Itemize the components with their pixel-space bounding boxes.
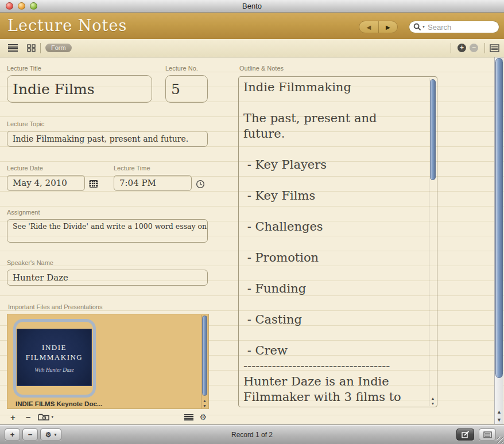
toolbar-separator (40, 43, 41, 53)
media-add-button[interactable]: + (10, 412, 15, 422)
lecture-date-label: Lecture Date (7, 165, 85, 172)
forward-icon: ▶ (386, 24, 390, 30)
form-view-tab[interactable]: Form (45, 44, 72, 52)
view-toolbar: Form + − (0, 39, 504, 57)
scroll-up-icon[interactable]: ▲ (431, 396, 435, 401)
assignment-input[interactable]: See 'Ride the Divide' and write a 1000 w… (7, 219, 208, 243)
resize-grip[interactable] (497, 437, 503, 443)
scroll-down-icon[interactable]: ▼ (203, 403, 207, 408)
notes-scrollbar-thumb[interactable] (430, 79, 436, 180)
lecture-no-label: Lecture No. (165, 65, 208, 72)
minimize-window-button[interactable] (18, 2, 25, 10)
window-title: Bento (0, 0, 504, 12)
media-controls: + − ▾ ⚙ (7, 411, 209, 423)
lecture-title-label: Lecture Title (7, 65, 152, 72)
form-view-icon (483, 431, 492, 438)
scroll-up-icon[interactable]: ▲ (203, 398, 207, 403)
form-canvas: Lecture Title Indie Films Lecture No. 5 … (0, 57, 504, 424)
toolbar-separator (484, 43, 485, 53)
compose-icon (462, 431, 470, 438)
scroll-down-icon[interactable]: ▼ (431, 401, 435, 406)
notes-field[interactable]: Indie Filmmaking The past, present and f… (238, 76, 437, 407)
lecture-time-input[interactable]: 7:04 PM (114, 175, 192, 191)
search-input[interactable] (409, 21, 499, 33)
notes-scrollbar[interactable]: ▲ ▼ (429, 78, 436, 406)
media-item-caption: INDIE FILMS Keynote Doc... (15, 400, 102, 407)
notes-label: Outline & Notes (239, 65, 284, 72)
gear-icon: ⚙ (45, 431, 52, 439)
window-controls (6, 2, 37, 10)
window-scrollbar-thumb[interactable] (495, 58, 503, 378)
lecture-topic-label: Lecture Topic (7, 120, 208, 127)
table-view-button[interactable] (0, 44, 18, 52)
media-action-gear-icon[interactable]: ⚙ (199, 413, 207, 421)
status-bar: + − ⚙ ▾ Record 1 of 2 (0, 424, 504, 444)
clock-icon[interactable] (196, 180, 205, 189)
titlebar[interactable]: Bento (0, 0, 504, 13)
table-view-icon (8, 44, 18, 52)
grid-view-button[interactable] (27, 44, 36, 52)
zoom-window-button[interactable] (30, 2, 37, 10)
previous-record-button[interactable]: ◀ (359, 21, 379, 33)
calendar-icon[interactable] (89, 180, 98, 188)
remove-field-button[interactable]: − (470, 44, 478, 52)
record-nav: ◀ ▶ (359, 21, 398, 33)
media-remove-button[interactable]: − (26, 412, 31, 422)
close-window-button[interactable] (6, 2, 13, 10)
media-scrollbar-thumb[interactable] (202, 316, 207, 396)
caret-down-icon: ▾ (52, 415, 54, 419)
folder-preview-icon (38, 413, 51, 421)
lecture-date-input[interactable]: May 4, 2010 (7, 175, 85, 191)
media-browser[interactable]: INDIE FILMMAKING With Hunter Daze INDIE … (7, 314, 209, 409)
media-scrollbar[interactable]: ▲ ▼ (201, 315, 208, 408)
speaker-name-input[interactable]: Hunter Daze (7, 270, 208, 286)
speaker-name-label: Speaker's Name (7, 259, 208, 266)
scroll-down-icon[interactable]: ▼ (497, 416, 502, 424)
back-icon: ◀ (366, 24, 371, 30)
scroll-up-icon[interactable]: ▲ (497, 408, 502, 416)
caret-down-icon: ▾ (55, 433, 57, 437)
toolbar-separator (451, 43, 451, 53)
add-field-button[interactable]: + (458, 44, 466, 52)
lecture-title-input[interactable]: Indie Films (7, 75, 152, 103)
slide-title: INDIE FILMMAKING (22, 342, 87, 362)
delete-record-button[interactable]: − (22, 429, 38, 441)
record-actions-button[interactable]: ⚙ ▾ (40, 429, 61, 441)
next-record-button[interactable]: ▶ (379, 21, 398, 33)
slide-subtitle: With Hunter Daze (34, 367, 74, 373)
record-counter: Record 1 of 2 (231, 431, 273, 439)
media-item-selected[interactable]: INDIE FILMMAKING With Hunter Daze (13, 319, 96, 398)
window-scrollbar[interactable]: ▲ ▼ (494, 57, 503, 424)
lecture-no-input[interactable]: 5 (165, 75, 208, 103)
library-header: Lecture Notes ◀ ▶ ▼ (0, 13, 504, 39)
search-box: ▼ (409, 21, 499, 33)
form-tools-button[interactable] (490, 44, 499, 52)
media-source-button[interactable]: ▾ (38, 413, 54, 421)
media-list-view-icon[interactable] (184, 414, 193, 420)
form-tools-icon (490, 44, 499, 52)
form-view-button[interactable] (479, 429, 496, 441)
assignment-label: Assignment (7, 209, 208, 216)
lecture-topic-input[interactable]: Indie Filmmaking past, present and futur… (7, 131, 208, 147)
edit-record-button[interactable] (456, 429, 474, 441)
grid-view-icon (27, 44, 36, 52)
page-title: Lecture Notes (7, 17, 127, 34)
notes-text[interactable]: Indie Filmmaking The past, present and f… (243, 80, 426, 404)
media-field-label: Important Files and Presentations (8, 303, 102, 310)
bento-window: Bento Lecture Notes ◀ ▶ ▼ (0, 0, 504, 444)
lecture-time-label: Lecture Time (114, 165, 192, 172)
new-record-button[interactable]: + (5, 429, 20, 441)
keynote-thumbnail: INDIE FILMMAKING With Hunter Daze (17, 329, 92, 386)
